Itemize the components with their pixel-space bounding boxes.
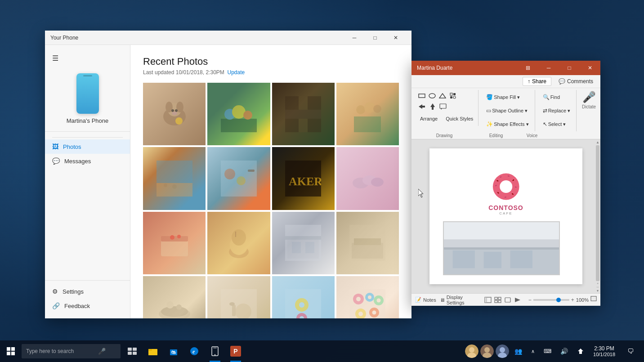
shape-outline-button[interactable]: ▭ Shape Outline ▾ [483,104,532,117]
taskbar-app-fileexplorer[interactable] [143,340,163,362]
photo-cell-beach[interactable] [143,147,206,210]
microphone-taskbar-icon[interactable]: 🎤 [98,348,105,355]
dictate-label: Dictate [582,104,596,109]
phone-maximize-button[interactable]: □ [365,31,385,45]
slideshow-button[interactable] [514,297,521,303]
start-button[interactable] [0,340,22,362]
normal-view-button[interactable] [484,297,492,303]
notes-label: Notes [423,297,436,303]
vertical-scrollbar[interactable]: ▲ + ─ ▼ [595,139,600,293]
chevron-up-icon[interactable]: ∧ [528,340,538,362]
svg-rect-76 [453,93,456,95]
sidebar-item-photos[interactable]: 🖼 Photos [45,139,130,154]
zoom-slider[interactable] [533,299,569,301]
down-arrow-shape[interactable] [428,102,438,112]
scroll-down-arrow[interactable]: ▼ [596,289,599,292]
sidebar-item-messages[interactable]: 💬 Messages [45,154,130,168]
replace-icon: ⇄ [543,107,547,114]
phone-close-button[interactable]: ✕ [385,31,406,45]
left-arrow-shape[interactable] [417,102,427,112]
search-input[interactable] [26,348,98,354]
callout-shape[interactable] [438,102,448,112]
select-button[interactable]: ↖ Select ▾ [540,118,573,130]
photo-cell-cheesecake[interactable] [143,212,206,274]
photo-cell-trees[interactable] [272,83,335,145]
display-settings-button[interactable]: 🖥 Display Settings [440,295,481,305]
taskbar-app-edge[interactable]: e [184,340,204,362]
photo-cell-baking[interactable] [207,276,270,318]
shape-effects-button[interactable]: ✨ Shape Effects ▾ [483,118,532,130]
taskbar-avatar-2[interactable] [480,344,494,358]
share-button[interactable]: ↑ Share [523,77,551,86]
scroll-up-arrow[interactable]: ▲ [596,140,599,144]
taskbar-app-yourphone[interactable] [205,340,225,362]
sidebar-item-feedback[interactable]: 🔗 Feedback [45,299,130,313]
taskbar-avatar-1[interactable] [465,344,479,358]
taskbar-app-store[interactable]: 🛍 [164,340,183,362]
photo-cell-macarons[interactable] [336,147,399,210]
ppt-statusbar: 📝 Notes 🖥 Display Settings − [411,293,600,306]
taskbar-clock[interactable]: 2:30 PM 10/1/2018 [590,345,619,357]
update-link[interactable]: Update [227,69,245,76]
taskbar-app-taskview[interactable] [122,340,142,362]
scroll-zoom-plus[interactable]: + [597,282,599,285]
photo-cell-food-flat[interactable] [207,147,270,210]
shape-fill-button[interactable]: 🪣 Shape Fill ▾ [483,91,532,103]
photo-baking [207,276,270,318]
sidebar-item-settings[interactable]: ⚙ Settings [45,284,130,299]
ppt-close-button[interactable]: ✕ [580,61,600,75]
photo-cell-flowers[interactable] [207,83,270,145]
system-tray[interactable]: 👥 [511,340,526,362]
comments-button[interactable]: 💬 Comments [555,77,597,85]
arrange-button[interactable]: Arrange [417,112,441,125]
photos-title: Recent Photos [143,56,399,67]
fit-slide-button[interactable] [590,296,597,304]
messages-icon: 💬 [52,157,60,165]
volume-icon[interactable]: 🔊 [557,340,572,362]
photo-donuts-yellow [272,276,335,318]
ppt-minimize-button[interactable]: ─ [538,61,559,75]
photo-cell-cafe-interior[interactable] [336,212,399,274]
photo-cell-cafe-exterior[interactable] [272,212,335,274]
ppt-maximize-button[interactable]: □ [559,61,580,75]
ppt-window-icon1[interactable]: ⊞ [518,61,538,75]
rectangle-shape[interactable] [417,91,427,101]
hamburger-menu[interactable]: ☰ [45,50,130,66]
slide-sorter-button[interactable] [494,297,501,303]
replace-button[interactable]: ⇄ Replace ▾ [540,104,573,117]
scroll-minus[interactable]: ─ [597,286,599,289]
scroll-thumb[interactable] [596,145,599,281]
search-box[interactable]: 🎤 [22,344,121,358]
dictate-button[interactable]: 🎤 Dictate [582,91,596,109]
reading-view-button[interactable] [504,297,511,303]
photo-cell-cupcake[interactable] [207,212,270,274]
find-button[interactable]: 🔍 Find [540,91,573,103]
phone-minimize-button[interactable]: ─ [344,31,365,45]
notification-center-button[interactable]: 🗨 [621,340,640,362]
photo-cell-donuts-yellow[interactable] [272,276,335,318]
photo-cell-food-bowl[interactable] [143,276,206,318]
taskbar-avatar-3[interactable] [496,344,509,358]
more-shapes[interactable] [448,91,458,101]
svg-rect-43 [305,242,314,253]
quick-styles-button[interactable]: Quick Styles [443,112,476,125]
ribbon-labels: Drawing Editing Voice [411,133,600,139]
effects-icon: ✨ [486,121,493,127]
zoom-thumb[interactable] [556,298,561,302]
slide-cafe-photo[interactable] [443,221,560,275]
svg-marker-74 [439,94,446,98]
triangle-shape[interactable] [438,91,447,101]
svg-rect-72 [419,94,425,98]
ellipse-shape[interactable] [427,91,437,101]
keyboard-icon[interactable]: ⌨ [540,340,555,362]
photo-cell-dog[interactable] [143,83,206,145]
notes-button[interactable]: 📝 Notes [415,297,436,303]
network-icon[interactable] [573,340,588,362]
zoom-out-button[interactable]: − [528,297,532,303]
svg-point-51 [176,304,182,310]
photo-cell-family[interactable] [336,83,399,145]
photo-cell-bakery[interactable]: AKERY [272,147,335,210]
zoom-in-button[interactable]: + [571,297,574,303]
taskbar-app-powerpoint[interactable]: P [226,340,246,362]
photo-cell-donuts-colorful[interactable] [336,276,399,318]
